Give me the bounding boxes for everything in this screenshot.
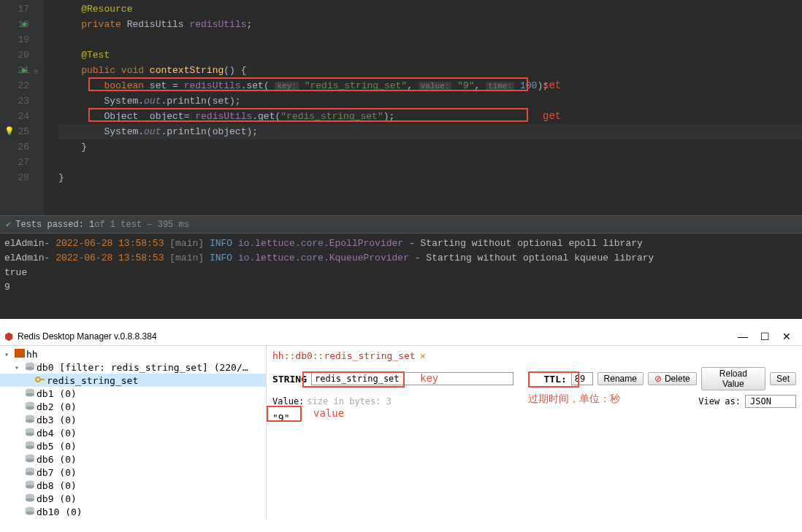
db-icon <box>25 441 37 452</box>
camera-icon[interactable]: ◉ <box>22 17 27 32</box>
tree-db[interactable]: db2 (0) <box>0 400 266 413</box>
console-msg: - Starting without optional kqueue libra… <box>409 252 654 263</box>
line-number: 26 <box>18 142 29 153</box>
tree-label: db1 (0) <box>37 388 77 399</box>
run-icon[interactable]: ▶ <box>22 63 28 78</box>
reload-button[interactable]: Reload Value <box>701 367 765 390</box>
bulb-icon[interactable]: 💡 <box>0 124 15 139</box>
db-icon <box>25 428 37 439</box>
tree-label: db9 (0) <box>37 493 77 504</box>
tree-db[interactable]: db9 (0) <box>0 492 266 505</box>
console[interactable]: elAdmin- 2022-06-28 13:58:53 [main] INFO… <box>0 234 802 319</box>
param-hint: time: <box>486 82 514 90</box>
svg-point-17 <box>26 432 34 436</box>
code-string: "redis_string_set" <box>280 111 383 122</box>
line-number: 27 <box>18 157 29 168</box>
code-annotation: @Resource <box>81 4 132 15</box>
tree-db[interactable]: db6 (0) <box>0 452 266 466</box>
ttl-label: TTL: <box>544 374 567 385</box>
tree-db[interactable]: db8 (0) <box>0 479 266 492</box>
tree-db[interactable]: db7 (0) <box>0 466 266 479</box>
param-hint: value: <box>419 82 452 90</box>
db-icon <box>25 467 37 478</box>
code-keyword: boolean <box>104 80 149 91</box>
svg-point-11 <box>26 406 34 409</box>
meta-row: STRING redis_string_set TTL: 89 Rename ⊘… <box>272 367 796 390</box>
tree-db[interactable]: db4 (0) <box>0 426 266 439</box>
tree-label: db4 (0) <box>37 428 77 439</box>
expand-icon[interactable]: ▾ <box>15 363 25 371</box>
console-level: INFO <box>210 252 238 263</box>
svg-point-3 <box>26 366 34 370</box>
tree-label: db3 (0) <box>37 415 77 425</box>
db-icon <box>25 415 37 425</box>
svg-point-35 <box>26 511 34 514</box>
console-app: elAdmin- <box>4 238 56 249</box>
line-number: 22 <box>18 80 29 91</box>
tree-root[interactable]: ▾ hh <box>0 347 266 361</box>
rename-button[interactable]: Rename <box>597 372 643 385</box>
tree-key-selected[interactable]: redis_string_set <box>0 374 266 387</box>
svg-rect-5 <box>39 379 45 380</box>
code-text: Object object= <box>104 111 195 122</box>
code-text: , <box>407 80 419 91</box>
line-number: 20 <box>18 50 29 61</box>
tree-label: db10 (0) <box>37 506 83 517</box>
set-button[interactable]: Set <box>770 372 796 385</box>
tree-db0[interactable]: ▾ db0 [filter: redis_string_set] (220/… <box>0 361 266 374</box>
db-tree[interactable]: ▾ hh ▾ db0 [filter: redis_string_set] (2… <box>0 346 267 518</box>
expand-icon[interactable]: ▾ <box>4 350 15 358</box>
tree-db[interactable]: db3 (0) <box>0 413 266 426</box>
code-brace: } <box>58 172 64 183</box>
rdm-body: ▾ hh ▾ db0 [filter: redis_string_set] (2… <box>0 345 802 518</box>
console-thread: [main] <box>164 238 209 249</box>
viewas-select[interactable]: JSON <box>745 395 796 408</box>
tree-label: redis_string_set <box>47 375 138 386</box>
key-input[interactable]: redis_string_set <box>311 372 513 385</box>
tab-close-icon[interactable]: ✕ <box>420 350 426 361</box>
console-level: INFO <box>210 238 238 249</box>
ttl-value[interactable]: 89 <box>571 372 593 385</box>
code-type: RedisUtils <box>127 19 190 30</box>
svg-point-14 <box>26 419 34 423</box>
code-area[interactable]: @Resource private RedisUtils redisUtils;… <box>44 0 802 215</box>
code-static: out <box>144 126 161 137</box>
svg-rect-0 <box>15 349 25 358</box>
param-hint: key: <box>275 82 298 90</box>
minimize-button[interactable]: — <box>732 331 754 342</box>
rdm-titlebar: ⬢ Redis Desktop Manager v.0.8.8.384 — ☐ … <box>0 328 802 345</box>
code-method: contextString <box>150 65 224 76</box>
line-number: 23 <box>18 96 29 107</box>
delete-button[interactable]: ⊘Delete <box>648 372 697 385</box>
tree-label: db7 (0) <box>37 467 77 478</box>
code-text: ; <box>246 19 252 30</box>
tree-label: db8 (0) <box>37 480 77 491</box>
code-string: "redis_string_set" <box>299 80 407 91</box>
db-icon <box>25 480 37 491</box>
code-text: .get( <box>252 111 280 122</box>
tree-db[interactable]: db10 (0) <box>0 505 266 518</box>
tree-db[interactable]: db5 (0) <box>0 439 266 452</box>
console-thread: [main] <box>164 252 209 263</box>
code-text: .println(object); <box>161 126 258 137</box>
close-button[interactable]: ✕ <box>776 331 798 342</box>
fold-icon[interactable]: ⊖ <box>34 64 38 80</box>
annotation-key: key <box>420 372 438 384</box>
code-string: "9" <box>451 80 474 91</box>
code-text: System. <box>104 96 144 107</box>
line-number: 19 <box>18 34 29 45</box>
value-display[interactable]: "9" <box>272 412 796 423</box>
tree-label: db0 [filter: redis_string_set] (220/… <box>37 362 248 373</box>
annotation-set: set <box>543 78 561 93</box>
maximize-button[interactable]: ☐ <box>754 331 776 342</box>
detail-tab[interactable]: hh::db0::redis_string_set ✕ <box>272 350 796 361</box>
server-icon <box>15 349 26 360</box>
code-annotation: @Test <box>81 50 110 61</box>
check-icon: ✔ <box>6 219 11 230</box>
value-label: Value: <box>272 396 304 406</box>
code-text: .println(set); <box>161 96 240 107</box>
line-number: 24 <box>18 111 29 122</box>
tree-db[interactable]: db1 (0) <box>0 387 266 400</box>
console-msg: - Starting without optional epoll librar… <box>403 238 643 249</box>
code-number: 100 <box>514 80 537 91</box>
